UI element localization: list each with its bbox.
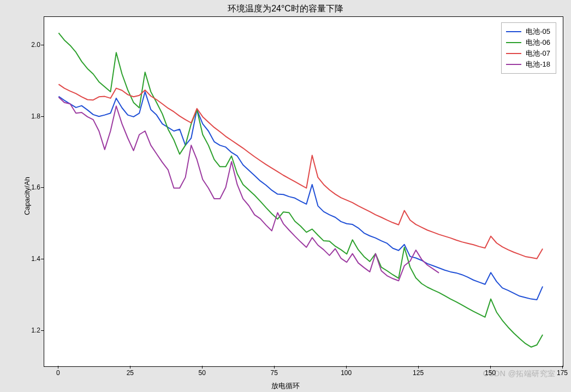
- y-axis-label: Capacity/Ah: [23, 177, 31, 215]
- x-tick-label: 75: [271, 369, 278, 377]
- series-line: [58, 84, 543, 258]
- x-tick-label: 175: [557, 369, 568, 377]
- y-tick-mark: [41, 116, 44, 117]
- legend-item-06: 电池-06: [506, 37, 550, 48]
- y-tick-label: 1.4: [22, 255, 40, 263]
- x-tick-mark: [562, 366, 563, 369]
- x-tick-mark: [130, 366, 130, 369]
- x-tick-mark: [58, 366, 58, 369]
- y-tick-label: 1.2: [22, 326, 40, 334]
- x-tick-mark: [274, 366, 275, 369]
- x-tick-label: 25: [127, 369, 134, 377]
- y-tick-mark: [41, 187, 44, 188]
- y-tick-mark: [41, 259, 44, 259]
- legend-item-18: 电池-18: [506, 59, 550, 70]
- y-tick-mark: [41, 330, 44, 331]
- legend-swatch-06: [506, 42, 521, 43]
- figure: 环境温度为24°C时的容量下降 Capacity/Ah 电池-05 电池-06 …: [0, 0, 571, 392]
- legend-label-07: 电池-07: [526, 49, 550, 58]
- legend-swatch-07: [506, 53, 521, 54]
- chart-title: 环境温度为24°C时的容量下降: [0, 3, 571, 15]
- legend-swatch-18: [506, 64, 521, 65]
- series-line: [58, 92, 543, 300]
- x-tick-mark: [346, 366, 347, 369]
- y-tick-label: 1.6: [22, 183, 40, 191]
- y-tick-label: 1.8: [22, 112, 40, 120]
- x-tick-label: 50: [199, 369, 206, 377]
- legend: 电池-05 电池-06 电池-07 电池-18: [501, 22, 556, 74]
- legend-swatch-05: [506, 31, 521, 32]
- y-tick-mark: [41, 45, 44, 45]
- legend-label-05: 电池-05: [526, 27, 550, 37]
- series-line: [58, 97, 439, 281]
- legend-item-07: 电池-07: [506, 48, 550, 59]
- y-tick-label: 2.0: [22, 41, 40, 49]
- series-line: [58, 33, 543, 347]
- x-tick-mark: [490, 366, 491, 369]
- x-tick-mark: [202, 366, 203, 369]
- x-axis-label: 放电循环: [0, 381, 571, 391]
- plot-area: 电池-05 电池-06 电池-07 电池-18: [44, 16, 563, 367]
- x-tick-mark: [418, 366, 419, 369]
- line-series-svg: [44, 17, 563, 366]
- legend-item-05: 电池-05: [506, 26, 550, 37]
- x-tick-label: 150: [485, 369, 496, 377]
- x-tick-label: 125: [413, 369, 424, 377]
- legend-label-06: 电池-06: [526, 38, 550, 47]
- legend-label-18: 电池-18: [526, 60, 550, 69]
- x-tick-label: 100: [341, 369, 352, 377]
- x-tick-label: 0: [56, 369, 60, 377]
